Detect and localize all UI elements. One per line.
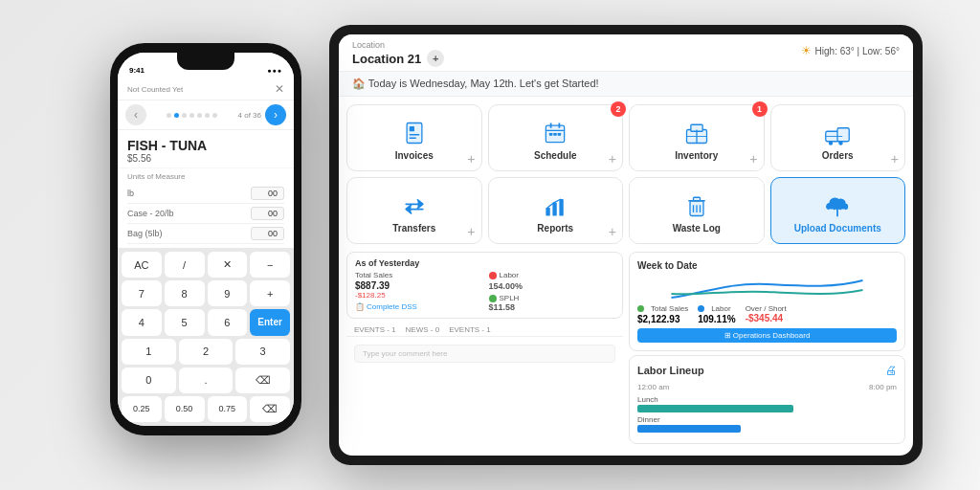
- labor-bar-lunch: Lunch: [637, 395, 897, 412]
- dss-icon: 📋: [355, 302, 365, 311]
- svg-rect-21: [553, 202, 557, 215]
- wtd-title: Week to Date: [637, 260, 897, 271]
- dinner-bar: [637, 425, 741, 433]
- total-sales-dot: [637, 305, 644, 312]
- phone-item-name: FISH - TUNA $5.56: [118, 130, 294, 167]
- comment-box[interactable]: Type your comment here: [354, 345, 615, 363]
- splh-dot: [489, 295, 497, 302]
- key-0[interactable]: 0: [122, 368, 176, 393]
- labor-lineup-header: Labor Lineup 🖨: [637, 364, 897, 377]
- field-bag-value[interactable]: 00: [251, 227, 284, 240]
- field-lb: lb 00: [127, 184, 284, 204]
- tile-orders-label: Orders: [822, 150, 854, 161]
- tile-inventory-label: Inventory: [675, 150, 718, 161]
- phone-keypad: AC / ✕ − 7 8 9 + 4 5 6 Enter: [118, 248, 294, 426]
- ops-icon: ⊞: [724, 331, 733, 340]
- nav-prev-btn[interactable]: ‹: [125, 104, 146, 125]
- svg-rect-20: [546, 207, 550, 215]
- tile-upload-documents[interactable]: Upload Documents: [770, 177, 906, 244]
- close-btn[interactable]: ✕: [275, 82, 284, 96]
- svg-rect-8: [549, 133, 553, 136]
- svg-rect-0: [407, 122, 422, 143]
- nav-dots: [150, 113, 234, 118]
- svg-rect-9: [554, 133, 558, 136]
- scene: Location Location 21 + ☀ High: 63° | Low…: [0, 0, 980, 490]
- key-backspace[interactable]: ⌫: [235, 368, 290, 393]
- schedule-icon: [542, 120, 568, 146]
- tab-events-2[interactable]: EVENTS - 1: [449, 325, 491, 336]
- tile-inventory[interactable]: 1 Inventory +: [629, 104, 765, 171]
- phone-time: 9:41: [129, 66, 145, 75]
- tile-transfers-add[interactable]: +: [467, 224, 475, 239]
- tile-orders-add[interactable]: +: [891, 151, 899, 167]
- location-label: Location: [352, 40, 444, 50]
- tile-transfers[interactable]: Transfers +: [346, 177, 482, 244]
- key-7[interactable]: 7: [122, 280, 162, 306]
- field-lb-value[interactable]: 00: [251, 187, 284, 200]
- tile-reports[interactable]: Reports +: [488, 177, 624, 244]
- svg-point-17: [829, 141, 833, 145]
- key-8[interactable]: 8: [165, 280, 205, 306]
- labor-metric: Labor: [698, 304, 735, 313]
- labor-lineup-title: Labor Lineup: [637, 365, 704, 376]
- key-9[interactable]: 9: [208, 280, 248, 306]
- key-enter[interactable]: Enter: [250, 309, 290, 335]
- quick-backspace[interactable]: ⌫: [250, 396, 290, 422]
- key-plus[interactable]: +: [250, 280, 290, 306]
- weather-icon: ☀: [801, 44, 812, 57]
- key-divide[interactable]: /: [165, 252, 205, 278]
- key-5[interactable]: 5: [165, 309, 205, 335]
- keypad-row-1: AC / ✕ −: [122, 252, 290, 278]
- key-multiply[interactable]: ✕: [208, 252, 248, 278]
- tabs-row: EVENTS - 1 NEWS - 0 EVENTS - 1: [346, 323, 623, 337]
- tile-invoices-label: Invoices: [395, 150, 434, 161]
- key-2[interactable]: 2: [179, 339, 234, 365]
- tile-waste-log[interactable]: Waste Log: [629, 177, 765, 244]
- inventory-badge: 1: [752, 101, 768, 117]
- tablet-header: Location Location 21 + ☀ High: 63° | Low…: [339, 34, 913, 72]
- field-case: Case - 20/lb 00: [127, 204, 284, 224]
- phone-nav: ‹ 4 of 36 ›: [118, 100, 294, 130]
- dot-1: [167, 113, 171, 118]
- field-lb-label: lb: [127, 189, 134, 198]
- tile-inventory-add[interactable]: +: [749, 151, 757, 167]
- tile-invoices[interactable]: Invoices +: [346, 104, 482, 171]
- right-panel: Week to Date Total Sales: [629, 252, 905, 450]
- tile-schedule-label: Schedule: [534, 150, 576, 161]
- key-minus[interactable]: −: [250, 252, 290, 278]
- ops-dashboard-btn[interactable]: ⊞ Operations Dashboard: [637, 328, 897, 343]
- location-add-btn[interactable]: +: [427, 50, 444, 67]
- weather-info: ☀ High: 63° | Low: 56°: [801, 44, 900, 57]
- tile-orders[interactable]: Orders +: [770, 104, 906, 171]
- labor-print-btn[interactable]: 🖨: [885, 364, 897, 377]
- tab-news-0[interactable]: NEWS - 0: [406, 325, 440, 336]
- key-4[interactable]: 4: [122, 309, 162, 335]
- key-1[interactable]: 1: [122, 339, 176, 365]
- key-ac[interactable]: AC: [122, 252, 162, 278]
- keypad-row-2: 7 8 9 +: [122, 280, 290, 306]
- svg-rect-10: [558, 133, 562, 136]
- tile-reports-label: Reports: [537, 223, 573, 234]
- field-case-value[interactable]: 00: [251, 207, 284, 220]
- complete-dss-btn[interactable]: 📋 Complete DSS: [355, 302, 481, 311]
- labor-dot: [489, 272, 497, 279]
- quick-050[interactable]: 0.50: [165, 396, 205, 422]
- labor-metric-dot: [698, 305, 704, 312]
- nav-count: 4 of 36: [238, 111, 261, 120]
- key-3[interactable]: 3: [235, 339, 290, 365]
- tab-events-1[interactable]: EVENTS - 1: [354, 325, 396, 336]
- quick-075[interactable]: 0.75: [208, 396, 248, 422]
- keypad-row-5: 0 . ⌫: [122, 368, 290, 393]
- tile-invoices-add[interactable]: +: [467, 151, 475, 167]
- quick-025[interactable]: 0.25: [122, 396, 162, 422]
- key-dot[interactable]: .: [179, 368, 234, 393]
- tile-schedule[interactable]: 2 Schedule +: [488, 104, 624, 171]
- tile-reports-add[interactable]: +: [609, 224, 616, 239]
- keypad-row-3: 4 5 6 Enter: [122, 309, 290, 335]
- tile-schedule-add[interactable]: +: [609, 151, 616, 167]
- nav-next-btn[interactable]: ›: [265, 104, 286, 125]
- key-6[interactable]: 6: [208, 309, 248, 335]
- tile-upload-label: Upload Documents: [794, 223, 881, 234]
- svg-rect-16: [837, 127, 849, 141]
- welcome-bar: 🏠 Today is Wednesday, May 12th. Let's ge…: [339, 72, 913, 97]
